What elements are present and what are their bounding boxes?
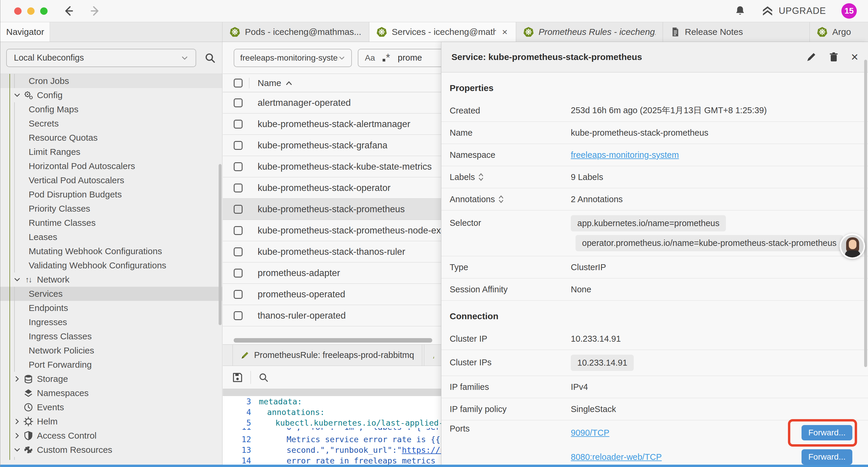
sidebar-scrollbar[interactable] — [219, 164, 222, 325]
assistant-avatar[interactable] — [840, 233, 865, 259]
row-checkbox[interactable] — [234, 120, 243, 128]
yaml-editor[interactable]: 3metadata:4annotations:5kubectl.kubernet… — [223, 396, 441, 466]
chevron-down-icon[interactable] — [13, 91, 23, 99]
port-link[interactable]: 8080:reloader-web/TCP — [571, 452, 662, 462]
forward-button[interactable]: Forward... — [802, 425, 852, 440]
sidebar-item-access-control[interactable]: Access Control — [0, 429, 222, 443]
sidebar-item-priority-classes[interactable]: Priority Classes — [0, 202, 222, 216]
editor-hscrollbar[interactable] — [223, 389, 441, 396]
forward-button[interactable]: Forward... — [802, 449, 852, 465]
sidebar-item-ingresses[interactable]: Ingresses — [0, 315, 222, 329]
sidebar-item-helm[interactable]: Helm — [0, 414, 222, 429]
sidebar-item-config-maps[interactable]: Config Maps — [0, 102, 222, 116]
back-button[interactable] — [62, 4, 75, 18]
sidebar-item-ingress-classes[interactable]: Ingress Classes — [0, 329, 222, 344]
chevron-right-icon[interactable] — [13, 418, 23, 425]
window-minimize-button[interactable] — [27, 7, 35, 15]
sidebar-item-config[interactable]: Config — [0, 88, 222, 102]
tab-prometheus-rules-icecheng[interactable]: Prometheus Rules - icecheng... — [516, 22, 663, 42]
row-checkbox[interactable] — [234, 311, 243, 320]
drawer-scrollbar[interactable] — [864, 60, 867, 367]
chevron-right-icon[interactable] — [13, 432, 23, 439]
port-link[interactable]: 9090/TCP — [571, 428, 610, 438]
close-tab-icon[interactable]: × — [501, 27, 509, 37]
tab-pods-icecheng-mathmas[interactable]: Pods - icecheng@mathmas... — [222, 22, 369, 42]
close-icon[interactable]: × — [851, 51, 858, 63]
sidebar-item-limit-ranges[interactable]: Limit Ranges — [0, 145, 222, 159]
row-checkbox[interactable] — [234, 141, 243, 150]
sidebar-item-leases[interactable]: Leases — [0, 230, 222, 244]
sidebar-item-custom-resources[interactable]: Custom Resources — [0, 443, 222, 457]
row-checkbox[interactable] — [234, 269, 243, 278]
sidebar-item-endpoints[interactable]: Endpoints — [0, 301, 222, 315]
tab-argo-se[interactable]: Argo Se... — [810, 22, 860, 42]
sort-updown-icon[interactable] — [478, 173, 484, 181]
namespace-selector[interactable]: freeleaps-monitoring-system — [234, 49, 352, 67]
sidebar-item-validating-webhook-configurations[interactable]: Validating Webhook Configurations — [0, 258, 222, 272]
profile-badge[interactable]: 15 — [841, 3, 857, 19]
table-row[interactable]: alertmanager-operated — [223, 92, 441, 114]
table-row[interactable]: kube-prometheus-stack-thanos-ruler — [223, 241, 441, 262]
sidebar-item-pod-disruption-budgets[interactable]: Pod Disruption Budgets — [0, 187, 222, 202]
table-row[interactable]: kube-prometheus-stack-prometheus — [223, 199, 441, 220]
notifications-bell-icon[interactable] — [734, 5, 746, 17]
editor-search-icon[interactable] — [258, 372, 269, 383]
sidebar-item-secrets[interactable]: Secrets — [0, 116, 222, 130]
editor-tab-prometheusrule[interactable]: PrometheusRule: freeleaps-prod-rabbitmq — [232, 345, 422, 366]
table-hscrollbar-thumb[interactable] — [234, 338, 432, 343]
sidebar-item-network[interactable]: ↑↓Network — [0, 272, 222, 287]
sort-updown-icon[interactable] — [498, 195, 504, 203]
row-checkbox[interactable] — [234, 162, 243, 171]
table-row[interactable]: prometheus-operated — [223, 284, 441, 305]
editor-tab-next-partial[interactable] — [424, 345, 434, 366]
sidebar-item-storage[interactable]: Storage — [0, 372, 222, 386]
tab-release-notes[interactable]: Release Notes — [663, 22, 810, 42]
sidebar-item-services[interactable]: Services — [0, 287, 222, 301]
save-icon[interactable] — [231, 372, 243, 383]
table-row[interactable]: prometheus-adapter — [223, 262, 441, 284]
upgrade-button[interactable]: UPGRADE — [762, 6, 826, 16]
sidebar-search-icon[interactable] — [204, 52, 216, 64]
table-row[interactable]: thanos-ruler-operated — [223, 305, 441, 326]
select-all-checkbox[interactable] — [234, 79, 243, 87]
table-row[interactable]: kube-prometheus-stack-alertmanager — [223, 114, 441, 135]
window-zoom-button[interactable] — [40, 7, 48, 15]
name-column-header[interactable]: Name — [258, 78, 281, 88]
kubeconfig-selector[interactable]: Local Kubeconfigs — [6, 49, 196, 67]
chevron-down-icon[interactable] — [13, 276, 23, 284]
sidebar-item-namespaces[interactable]: Namespaces — [0, 386, 222, 400]
row-checkbox[interactable] — [234, 183, 243, 193]
sidebar-item-definitions[interactable]: Definitions — [0, 457, 222, 460]
sidebar-item-horizontal-pod-autoscalers[interactable]: Horizontal Pod Autoscalers — [0, 159, 222, 173]
row-checkbox[interactable] — [234, 247, 243, 256]
table-row[interactable]: kube-prometheus-stack-operator — [223, 177, 441, 199]
chevron-down-icon[interactable] — [13, 446, 23, 454]
sidebar-item-mutating-webhook-configurations[interactable]: Mutating Webhook Configurations — [0, 244, 222, 258]
tab-services-icecheng-math[interactable]: Services - icecheng@math...× — [369, 22, 516, 42]
sidebar-item-runtime-classes[interactable]: Runtime Classes — [0, 216, 222, 230]
sidebar-item-port-forwarding[interactable]: Port Forwarding — [0, 358, 222, 372]
table-row[interactable]: kube-prometheus-stack-prometheus-node-ex… — [223, 220, 441, 241]
sidebar-item-events[interactable]: Events — [0, 400, 222, 414]
window-close-button[interactable] — [14, 7, 22, 15]
sidebar-item-resource-quotas[interactable]: Resource Quotas — [0, 130, 222, 145]
row-checkbox[interactable] — [234, 98, 243, 107]
sidebar-item-network-policies[interactable]: Network Policies — [0, 344, 222, 358]
code-link[interactable]: https://net — [402, 445, 441, 455]
row-checkbox[interactable] — [234, 290, 243, 299]
table-search-input[interactable]: Aa * prome — [358, 49, 441, 67]
row-checkbox[interactable] — [234, 226, 243, 235]
row-checkbox[interactable] — [234, 205, 243, 214]
tab-navigator[interactable]: Navigator — [0, 22, 50, 42]
chevron-right-icon[interactable] — [13, 375, 23, 383]
sort-asc-icon[interactable] — [285, 80, 292, 86]
table-row[interactable]: kube-prometheus-stack-kube-state-metrics — [223, 156, 441, 177]
sidebar-item-cron-jobs[interactable]: Cron Jobs — [0, 74, 222, 88]
delete-trash-icon[interactable] — [829, 52, 839, 62]
namespace-link[interactable]: freeleaps-monitoring-system — [571, 150, 679, 160]
table-row[interactable]: kube-prometheus-stack-grafana — [223, 135, 441, 156]
sidebar-item-vertical-pod-autoscalers[interactable]: Vertical Pod Autoscalers — [0, 173, 222, 187]
regex-toggle[interactable]: * — [382, 52, 390, 64]
edit-pencil-icon[interactable] — [806, 52, 816, 62]
match-case-toggle[interactable]: Aa — [365, 53, 375, 63]
